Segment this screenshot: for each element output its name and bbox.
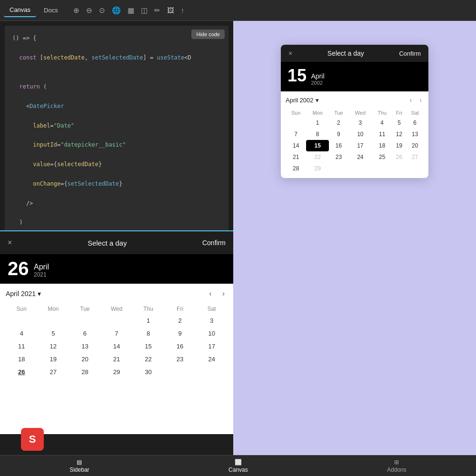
table-cell[interactable]: 12: [392, 129, 407, 140]
table-cell[interactable]: [329, 163, 348, 174]
table-cell[interactable]: 7: [101, 327, 133, 340]
table-cell[interactable]: [286, 117, 306, 129]
table-cell[interactable]: 11: [372, 129, 392, 140]
table-cell[interactable]: 19: [392, 140, 407, 151]
table-cell[interactable]: 24: [348, 151, 372, 163]
zoom-out-icon[interactable]: ⊖: [86, 6, 92, 15]
table-cell[interactable]: [406, 163, 424, 174]
table-cell[interactable]: 21: [286, 151, 306, 163]
sidebar-icon: ▤: [77, 459, 82, 466]
next-month-button-right[interactable]: ›: [417, 95, 424, 105]
bottom-bar-addons[interactable]: ⊞ Addons: [387, 459, 407, 473]
table-row: 1 2 3 4 5 6: [286, 117, 424, 129]
table-cell[interactable]: 23: [329, 151, 348, 163]
table-cell[interactable]: 29: [306, 163, 328, 174]
table-cell[interactable]: 17: [348, 140, 372, 151]
table-cell[interactable]: 28: [69, 366, 101, 378]
table-cell[interactable]: [38, 314, 69, 327]
prev-month-button-right[interactable]: ‹: [408, 95, 414, 105]
image-icon[interactable]: 🖼: [167, 6, 174, 14]
table-cell[interactable]: 9: [164, 327, 196, 340]
table-cell[interactable]: 2: [329, 117, 348, 129]
table-cell[interactable]: 24: [196, 353, 228, 366]
table-cell[interactable]: 29: [101, 366, 133, 378]
table-cell[interactable]: 10: [348, 129, 372, 140]
table-cell[interactable]: 5: [38, 327, 69, 340]
table-cell[interactable]: 16: [164, 340, 196, 353]
table-cell[interactable]: 23: [164, 353, 196, 366]
table-cell[interactable]: 4: [372, 117, 392, 129]
crop-icon[interactable]: ◫: [141, 6, 148, 15]
table-cell[interactable]: 2: [164, 314, 196, 327]
selected-day-cell-right[interactable]: 15: [306, 140, 328, 151]
table-cell[interactable]: 3: [348, 117, 372, 129]
table-cell[interactable]: 16: [329, 140, 348, 151]
hide-code-button[interactable]: Hide code: [191, 30, 225, 39]
table-cell[interactable]: [372, 163, 392, 174]
table-cell[interactable]: 18: [372, 140, 392, 151]
table-cell[interactable]: [101, 314, 133, 327]
table-cell[interactable]: 18: [6, 353, 38, 366]
globe-icon[interactable]: 🌐: [112, 6, 121, 15]
table-cell[interactable]: 20: [69, 353, 101, 366]
table-cell[interactable]: [392, 163, 407, 174]
dpr-month-label[interactable]: April 2002 ▾: [286, 97, 319, 104]
table-cell[interactable]: 25: [372, 151, 392, 163]
table-cell[interactable]: 3: [196, 314, 228, 327]
table-cell[interactable]: 27: [406, 151, 424, 163]
table-cell[interactable]: 17: [196, 340, 228, 353]
table-cell[interactable]: 8: [306, 129, 328, 140]
table-cell[interactable]: 14: [286, 140, 306, 151]
canvas-icon: ⬜: [235, 459, 242, 466]
dp-month-label-left[interactable]: April 2021 ▾: [6, 290, 41, 298]
table-cell[interactable]: 15: [132, 340, 164, 353]
table-cell[interactable]: 7: [286, 129, 306, 140]
table-cell[interactable]: 22: [132, 353, 164, 366]
table-cell[interactable]: [196, 366, 228, 378]
table-cell[interactable]: [348, 163, 372, 174]
pen-icon[interactable]: ✏: [154, 6, 160, 15]
table-cell[interactable]: 6: [69, 327, 101, 340]
table-cell[interactable]: 10: [196, 327, 228, 340]
share-icon[interactable]: ↑: [181, 6, 185, 14]
table-cell[interactable]: 1: [306, 117, 328, 129]
table-cell[interactable]: [6, 314, 38, 327]
table-cell[interactable]: 20: [406, 140, 424, 151]
sidebar-logo-icon[interactable]: S: [21, 428, 44, 451]
zoom-in-icon[interactable]: ⊕: [73, 6, 79, 15]
table-cell[interactable]: 14: [101, 340, 133, 353]
layout-icon[interactable]: ▦: [128, 6, 134, 15]
tab-docs[interactable]: Docs: [38, 4, 64, 17]
prev-month-button-left[interactable]: ‹: [206, 288, 214, 299]
table-cell[interactable]: 8: [132, 327, 164, 340]
selected-day-cell-left[interactable]: 26: [6, 366, 38, 378]
zoom-fit-icon[interactable]: ⊙: [99, 6, 105, 15]
close-button-right[interactable]: ×: [288, 50, 292, 57]
table-cell[interactable]: 13: [406, 129, 424, 140]
table-cell[interactable]: 13: [69, 340, 101, 353]
next-month-button-left[interactable]: ›: [219, 288, 228, 299]
confirm-button-left[interactable]: Confirm: [202, 239, 226, 247]
table-cell[interactable]: 5: [392, 117, 407, 129]
table-cell[interactable]: 9: [329, 129, 348, 140]
table-cell[interactable]: 21: [101, 353, 133, 366]
bottom-bar-sidebar[interactable]: ▤ Sidebar: [69, 459, 89, 473]
table-cell[interactable]: 26: [392, 151, 407, 163]
table-cell[interactable]: 12: [38, 340, 69, 353]
table-cell[interactable]: 28: [286, 163, 306, 174]
table-cell[interactable]: 22: [306, 151, 328, 163]
table-cell[interactable]: [69, 314, 101, 327]
dow-tue-right: Tue: [329, 109, 348, 117]
bottom-bar-canvas[interactable]: ⬜ Canvas: [228, 459, 248, 473]
table-cell[interactable]: 27: [38, 366, 69, 378]
table-cell[interactable]: 1: [132, 314, 164, 327]
table-cell[interactable]: 11: [6, 340, 38, 353]
confirm-button-right[interactable]: Confirm: [399, 50, 421, 57]
table-cell[interactable]: 4: [6, 327, 38, 340]
table-cell[interactable]: [164, 366, 196, 378]
table-cell[interactable]: 6: [406, 117, 424, 129]
tab-canvas[interactable]: Canvas: [4, 3, 36, 17]
table-cell[interactable]: 30: [132, 366, 164, 378]
close-button-left[interactable]: ×: [8, 238, 12, 247]
table-cell[interactable]: 19: [38, 353, 69, 366]
